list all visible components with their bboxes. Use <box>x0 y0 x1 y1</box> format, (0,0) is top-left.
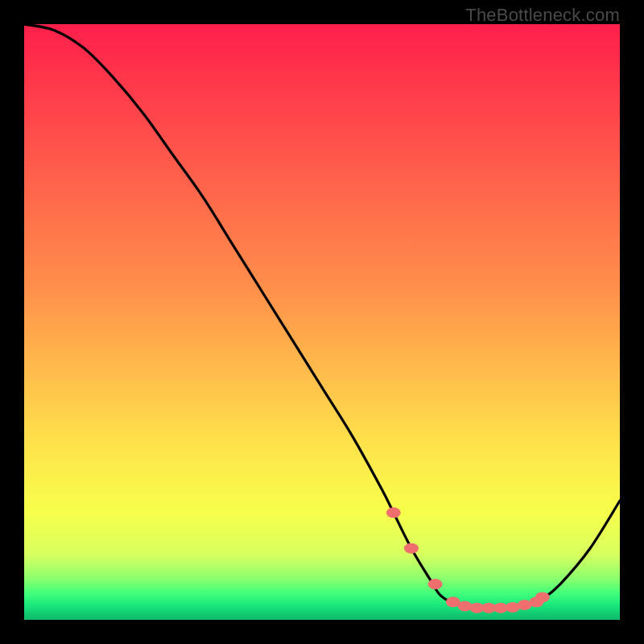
highlight-dot <box>535 592 550 602</box>
highlight-dot <box>386 507 401 518</box>
highlight-dot <box>428 579 443 589</box>
highlight-dot <box>404 543 419 554</box>
highlight-dot <box>458 601 473 611</box>
watermark-text: TheBottleneck.com <box>465 5 620 26</box>
chart-frame <box>24 24 620 620</box>
bottleneck-chart <box>24 24 620 620</box>
chart-background <box>24 24 620 620</box>
